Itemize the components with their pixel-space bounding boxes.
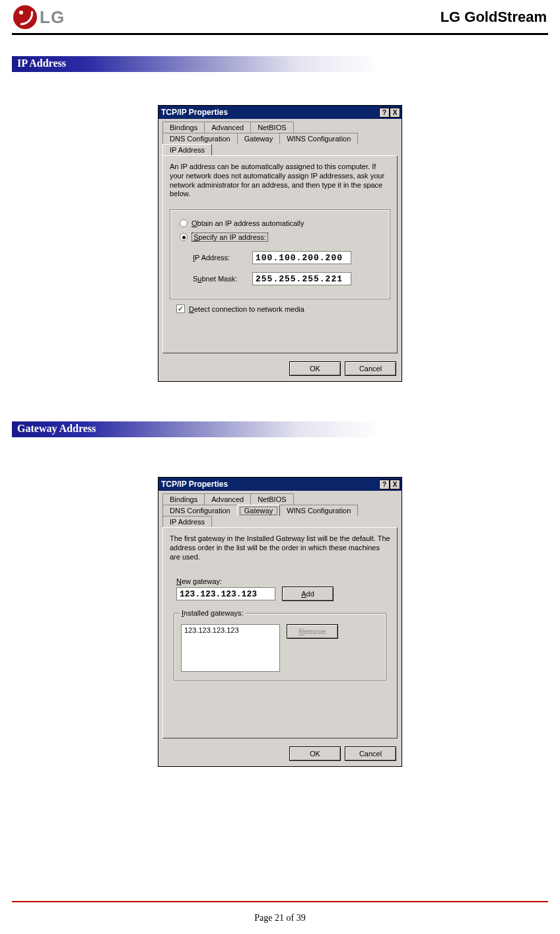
dialog-title: TCP/IP Properties xyxy=(161,108,228,117)
radio-specify-row[interactable]: Specify an IP address: xyxy=(180,233,382,242)
dialog-title: TCP/IP Properties xyxy=(161,480,228,489)
list-item[interactable]: 123.123.123.123 xyxy=(184,626,277,634)
radio-obtain[interactable] xyxy=(180,219,188,227)
tab-wins[interactable]: WINS Configuration xyxy=(279,133,358,144)
tabs-row-front: DNS Configuration Gateway WINS Configura… xyxy=(158,133,402,155)
ok-button[interactable]: OK xyxy=(289,361,341,376)
ip-groupbox: Obtain an IP address automatically Speci… xyxy=(170,209,390,299)
tab-dns[interactable]: DNS Configuration xyxy=(162,505,238,516)
tab-bindings[interactable]: Bindings xyxy=(162,122,205,133)
tab-panel-ip: An IP address can be automatically assig… xyxy=(162,155,398,353)
subnet-mask-label: Subnet Mask: xyxy=(193,275,252,283)
footer-divider xyxy=(12,901,548,902)
ip-address-label: IP Address: xyxy=(193,254,252,262)
tab-gateway[interactable]: Gateway xyxy=(237,133,280,144)
close-button[interactable]: X xyxy=(390,108,400,118)
remove-button[interactable]: Remove xyxy=(287,624,338,639)
add-button[interactable]: Add xyxy=(282,587,333,601)
tab-bindings[interactable]: Bindings xyxy=(162,493,205,505)
tab-advanced[interactable]: Advanced xyxy=(204,122,251,133)
section-heading-gateway: Gateway Address xyxy=(12,421,421,437)
tab-advanced[interactable]: Advanced xyxy=(204,493,251,505)
radio-obtain-label: Obtain an IP address automatically xyxy=(192,219,304,227)
cancel-button[interactable]: Cancel xyxy=(345,746,396,761)
new-gateway-label: New gateway: xyxy=(176,577,390,585)
tab-ip-address[interactable]: IP Address xyxy=(162,144,212,155)
help-button[interactable]: ? xyxy=(379,480,390,489)
tab-dns[interactable]: DNS Configuration xyxy=(162,133,238,144)
tab-netbios[interactable]: NetBIOS xyxy=(250,122,293,133)
detect-connection-row[interactable]: ✓ Detect connection to network media xyxy=(170,305,390,313)
cancel-button[interactable]: Cancel xyxy=(345,361,396,376)
tcpip-dialog-ip: TCP/IP Properties ? X Bindings Advanced … xyxy=(158,105,402,382)
close-button[interactable]: X xyxy=(390,480,400,489)
page-number: Page 21 of 39 xyxy=(0,913,560,923)
lg-logo-icon xyxy=(13,5,37,29)
page-header: LG LG GoldStream xyxy=(0,0,560,32)
radio-specify-label: Specify an IP address: xyxy=(192,233,268,242)
ip-description: An IP address can be automatically assig… xyxy=(170,162,390,199)
radio-obtain-row[interactable]: Obtain an IP address automatically xyxy=(180,219,382,227)
titlebar: TCP/IP Properties ? X xyxy=(158,106,402,119)
tab-ip-address[interactable]: IP Address xyxy=(162,516,212,527)
installed-gateways-label: Installed gateways: xyxy=(180,609,246,617)
subnet-mask-input[interactable]: 255.255.255.221 xyxy=(252,272,351,285)
ip-address-input[interactable]: 100.100.200.200 xyxy=(252,251,351,264)
section-heading-ip: IP Address xyxy=(12,56,421,72)
titlebar: TCP/IP Properties ? X xyxy=(158,478,402,491)
tab-netbios[interactable]: NetBIOS xyxy=(250,493,293,505)
lg-logo: LG xyxy=(13,5,65,29)
ok-button[interactable]: OK xyxy=(289,746,341,761)
tabs-row-front: DNS Configuration Gateway WINS Configura… xyxy=(158,505,402,527)
gateway-description: The first gateway in the Installed Gatew… xyxy=(170,534,390,561)
tcpip-dialog-gateway: TCP/IP Properties ? X Bindings Advanced … xyxy=(158,477,402,767)
detect-checkbox[interactable]: ✓ xyxy=(176,305,185,313)
product-name: LG GoldStream xyxy=(440,9,547,26)
tabs-row-back: Bindings Advanced NetBIOS xyxy=(158,491,402,505)
new-gateway-input[interactable]: 123.123.123.123 xyxy=(176,587,275,600)
detect-label: Detect connection to network media xyxy=(189,305,304,313)
lg-logo-text: LG xyxy=(40,7,65,28)
tabs-row-back: Bindings Advanced NetBIOS xyxy=(158,119,402,133)
tab-panel-gateway: The first gateway in the Installed Gatew… xyxy=(162,527,398,738)
tab-wins[interactable]: WINS Configuration xyxy=(279,505,358,516)
radio-specify[interactable] xyxy=(180,233,188,241)
help-button[interactable]: ? xyxy=(379,108,390,118)
installed-gateways-list[interactable]: 123.123.123.123 xyxy=(181,624,280,672)
installed-gateways-group: Installed gateways: 123.123.123.123 Remo… xyxy=(174,613,386,680)
tab-gateway[interactable]: Gateway xyxy=(237,505,280,516)
header-divider xyxy=(12,33,548,35)
